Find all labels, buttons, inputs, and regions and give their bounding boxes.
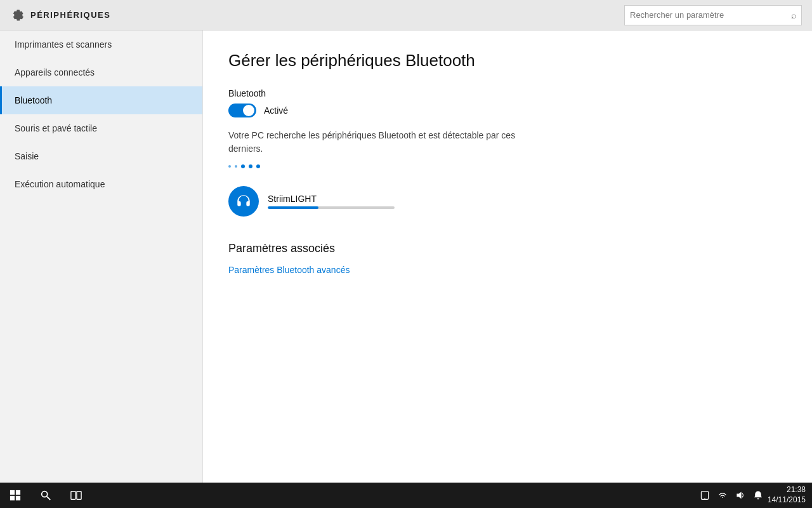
svg-point-4 bbox=[42, 491, 48, 497]
sidebar-label-saisie: Saisie bbox=[15, 151, 39, 161]
device-name: StriimLIGHT bbox=[268, 194, 495, 204]
taskview-button[interactable] bbox=[61, 483, 91, 508]
advanced-bluetooth-link[interactable]: Paramètres Bluetooth avancés bbox=[228, 265, 350, 275]
main-layout: Imprimantes et scanners Appareils connec… bbox=[0, 30, 812, 483]
app-title: PÉRIPHÉRIQUES bbox=[30, 10, 110, 20]
sidebar-item-appareils[interactable]: Appareils connectés bbox=[0, 58, 202, 86]
sidebar-item-execution[interactable]: Exécution automatique bbox=[0, 170, 202, 198]
dot-1 bbox=[228, 165, 231, 168]
toggle-state-label: Activé bbox=[264, 105, 288, 116]
sidebar-item-saisie[interactable]: Saisie bbox=[0, 142, 202, 170]
app-title-area: PÉRIPHÉRIQUES bbox=[10, 7, 624, 23]
taskbar-left bbox=[0, 483, 91, 508]
device-item[interactable]: StriimLIGHT bbox=[228, 181, 495, 222]
svg-marker-10 bbox=[737, 491, 741, 498]
search-box[interactable]: ⌕ bbox=[624, 5, 802, 25]
bluetooth-section-label: Bluetooth bbox=[228, 88, 787, 98]
svg-rect-0 bbox=[10, 490, 15, 495]
bluetooth-toggle[interactable] bbox=[228, 104, 256, 117]
svg-rect-3 bbox=[16, 496, 20, 500]
associated-settings-section: Paramètres associés Paramètres Bluetooth… bbox=[228, 242, 787, 276]
sidebar-label-appareils: Appareils connectés bbox=[15, 67, 95, 77]
taskbar-right: 21:38 14/11/2015 bbox=[699, 485, 812, 505]
svg-rect-6 bbox=[71, 491, 75, 500]
svg-rect-1 bbox=[16, 490, 20, 495]
sidebar-label-imprimantes: Imprimantes et scanners bbox=[15, 39, 112, 50]
dot-3 bbox=[241, 164, 245, 168]
sidebar-label-souris: Souris et pavé tactile bbox=[15, 123, 97, 133]
start-button[interactable] bbox=[0, 483, 30, 508]
gear-icon bbox=[10, 7, 24, 23]
device-info: StriimLIGHT bbox=[268, 194, 495, 209]
sidebar-item-imprimantes[interactable]: Imprimantes et scanners bbox=[0, 30, 202, 58]
device-progress-bar bbox=[268, 206, 395, 209]
svg-rect-2 bbox=[10, 496, 15, 500]
dot-4 bbox=[249, 164, 252, 168]
volume-icon[interactable] bbox=[735, 490, 746, 501]
taskbar-system-icons bbox=[699, 490, 764, 501]
bluetooth-toggle-row: Activé bbox=[228, 104, 787, 117]
page-title: Gérer les périphériques Bluetooth bbox=[228, 51, 787, 70]
dot-2 bbox=[235, 165, 237, 168]
dot-5 bbox=[256, 164, 260, 168]
sidebar-item-souris[interactable]: Souris et pavé tactile bbox=[0, 114, 202, 142]
time-display: 21:38 bbox=[787, 485, 806, 495]
wifi-icon[interactable] bbox=[717, 490, 728, 501]
top-bar: PÉRIPHÉRIQUES ⌕ bbox=[0, 0, 812, 30]
assoc-title: Paramètres associés bbox=[228, 242, 787, 255]
search-input[interactable] bbox=[630, 10, 791, 20]
taskbar: 21:38 14/11/2015 bbox=[0, 483, 812, 508]
bluetooth-description: Votre PC recherche les périphériques Blu… bbox=[228, 129, 546, 156]
headphone-icon bbox=[235, 193, 252, 210]
svg-point-9 bbox=[704, 498, 705, 499]
scanning-dots bbox=[228, 164, 787, 168]
date-display: 14/11/2015 bbox=[768, 495, 806, 505]
sidebar: Imprimantes et scanners Appareils connec… bbox=[0, 30, 203, 483]
svg-line-5 bbox=[47, 497, 50, 500]
time-date: 21:38 14/11/2015 bbox=[768, 485, 806, 505]
svg-rect-7 bbox=[77, 491, 81, 500]
sidebar-item-bluetooth[interactable]: Bluetooth bbox=[0, 86, 202, 114]
taskbar-search-button[interactable] bbox=[30, 483, 61, 508]
device-icon bbox=[228, 186, 259, 217]
notification-icon[interactable] bbox=[752, 490, 764, 501]
sidebar-label-execution: Exécution automatique bbox=[15, 179, 105, 189]
sidebar-label-bluetooth: Bluetooth bbox=[15, 95, 52, 105]
tablet-mode-icon[interactable] bbox=[699, 490, 710, 501]
device-progress-fill bbox=[268, 206, 318, 209]
search-button[interactable]: ⌕ bbox=[791, 10, 796, 20]
content-area: Gérer les périphériques Bluetooth Blueto… bbox=[203, 30, 812, 483]
